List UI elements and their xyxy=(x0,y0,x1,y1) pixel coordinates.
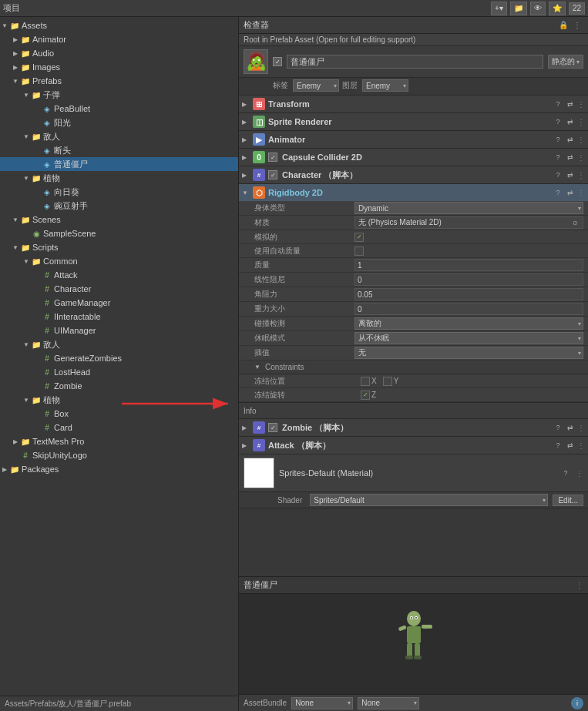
mass-input[interactable] xyxy=(354,259,583,271)
tag-select[interactable]: Enemy xyxy=(293,79,339,92)
character-settings[interactable]: ⇄ xyxy=(565,169,576,180)
material-menu[interactable]: ⋮ xyxy=(576,469,583,478)
transform-help[interactable]: ? xyxy=(553,99,563,109)
prefab-name-input[interactable] xyxy=(287,55,543,69)
tree-item-zhiwu[interactable]: ▼ 📁 植物 xyxy=(0,171,238,185)
transform-menu[interactable]: ⋮ xyxy=(577,100,585,109)
tree-item-gamemanager[interactable]: # GameManager xyxy=(0,296,238,310)
zombie-help[interactable]: ? xyxy=(553,422,563,433)
capsule-help[interactable]: ? xyxy=(553,152,563,163)
sprite-help[interactable]: ? xyxy=(553,116,563,127)
freeze-y-check[interactable]: ✓ xyxy=(383,377,392,386)
tree-item-common[interactable]: ▼ 📁 Common xyxy=(0,254,238,268)
folder-btn[interactable]: 📁 xyxy=(510,2,527,15)
anim-help[interactable]: ? xyxy=(553,134,563,145)
tree-item-peabullet[interactable]: ◈ PeaBullet xyxy=(0,102,238,116)
tree-item-xiangrikui[interactable]: ◈ 向日葵 xyxy=(0,185,238,199)
asset-bundle-select2[interactable]: None xyxy=(358,697,419,709)
sprite-settings[interactable]: ⇄ xyxy=(565,116,576,127)
tree-item-samplescene[interactable]: ◉ SampleScene xyxy=(0,226,238,240)
character-header[interactable]: ▶ # ✓ Character （脚本） ? ⇄ ⋮ xyxy=(239,166,588,183)
anim-menu[interactable]: ⋮ xyxy=(577,136,585,144)
tree-item-character[interactable]: # Character xyxy=(0,282,238,296)
project-tree[interactable]: ▼ 📁 Assets ▶ 📁 Animator ▶ 📁 Audio ▶ 📁 Im… xyxy=(0,17,238,696)
tree-item-wandoushou[interactable]: ◈ 豌豆射手 xyxy=(0,199,238,213)
body-type-select[interactable]: Dynamic xyxy=(354,202,583,214)
tree-item-putongfuren[interactable]: ◈ 普通僵尸 xyxy=(0,157,238,171)
capsule-menu[interactable]: ⋮ xyxy=(577,153,585,162)
transform-header[interactable]: ▶ ⊞ Transform ? ⇄ ⋮ xyxy=(239,96,588,112)
tree-item-animator[interactable]: ▶ 📁 Animator xyxy=(0,32,238,46)
tree-item-card[interactable]: # Card xyxy=(0,421,238,434)
tree-item-diren[interactable]: ▼ 📁 敌人 xyxy=(0,129,238,143)
info-circle-icon[interactable]: i xyxy=(571,697,583,709)
capsule-settings[interactable]: ⇄ xyxy=(565,152,576,163)
tree-item-images[interactable]: ▶ 📁 Images xyxy=(0,60,238,74)
linear-drag-input[interactable] xyxy=(354,273,583,286)
layer-select[interactable]: Enemy xyxy=(362,79,408,92)
tree-item-iinteractable[interactable]: # IInteractable xyxy=(0,310,238,324)
attack-header[interactable]: ▶ # Attack （脚本） ? ⇄ ⋮ xyxy=(239,437,588,454)
anim-settings[interactable]: ⇄ xyxy=(565,134,576,145)
shader-edit-btn[interactable]: Edit... xyxy=(553,495,583,506)
simulated-check[interactable]: ✓ xyxy=(354,233,364,242)
tree-item-generatezombies[interactable]: # GenerateZombies xyxy=(0,351,238,365)
tree-item-attack[interactable]: # Attack xyxy=(0,268,238,282)
shader-select[interactable]: Sprites/Default xyxy=(310,494,548,506)
rigidbody-help[interactable]: ? xyxy=(553,187,563,198)
active-checkbox[interactable]: ✓ xyxy=(273,57,282,66)
tree-item-textmesh[interactable]: ▶ 📁 TextMesh Pro xyxy=(0,434,238,448)
static-dropdown[interactable]: 静态的 xyxy=(548,55,583,69)
tree-item-box[interactable]: # Box xyxy=(0,407,238,421)
tree-item-skipunitylogo[interactable]: # SkipUnityLogo xyxy=(0,448,238,462)
character-menu[interactable]: ⋮ xyxy=(577,171,585,179)
rigidbody-settings[interactable]: ⇄ xyxy=(565,187,576,198)
rigidbody-menu[interactable]: ⋮ xyxy=(577,189,585,197)
lock-icon[interactable]: 🔒 xyxy=(559,21,568,29)
attack-settings[interactable]: ⇄ xyxy=(565,440,576,451)
preview-menu[interactable]: ⋮ xyxy=(576,581,583,589)
tree-item-toujou[interactable]: ◈ 断头 xyxy=(0,143,238,157)
character-checkbox[interactable]: ✓ xyxy=(268,170,277,179)
transform-settings[interactable]: ⇄ xyxy=(565,99,576,109)
tree-item-scripts[interactable]: ▼ 📁 Scripts xyxy=(0,240,238,254)
tree-item-zidan[interactable]: ▼ 📁 子弹 xyxy=(0,88,238,102)
zombie-header[interactable]: ▶ # ✓ Zombie （脚本） ? ⇄ ⋮ xyxy=(239,419,588,436)
tree-item-diren2[interactable]: ▼ 📁 敌人 xyxy=(0,337,238,351)
capsule-collider-header[interactable]: ▶ 0 ✓ Capsule Collider 2D ? ⇄ ⋮ xyxy=(239,149,588,166)
collision-select[interactable]: 离散的 xyxy=(354,317,583,330)
material-help[interactable]: ? xyxy=(560,468,571,478)
constraints-header[interactable]: ▼ Constraints xyxy=(239,361,588,374)
tree-item-losthead[interactable]: # LostHead xyxy=(0,365,238,379)
sleeping-mode-select[interactable]: 从不休眠 xyxy=(354,332,583,344)
sprite-menu[interactable]: ⋮ xyxy=(577,118,585,126)
material-ref[interactable]: 无 (Physics Material 2D) ⊙ xyxy=(354,216,583,229)
material-ref-btn[interactable]: ⊙ xyxy=(570,218,580,227)
freeze-z-check[interactable]: ✓ xyxy=(361,391,370,400)
tree-item-assets[interactable]: ▼ 📁 Assets xyxy=(0,18,238,32)
rigidbody-header[interactable]: ▼ ⬡ Rigidbody 2D ? ⇄ ⋮ xyxy=(239,184,588,201)
zombie-menu[interactable]: ⋮ xyxy=(577,424,585,432)
interpolate-select[interactable]: 无 xyxy=(354,347,583,359)
gravity-input[interactable] xyxy=(354,303,583,315)
capsule-checkbox[interactable]: ✓ xyxy=(268,153,277,162)
zombie-settings[interactable]: ⇄ xyxy=(565,422,576,433)
animator-header[interactable]: ▶ ▶ Animator ? ⇄ ⋮ xyxy=(239,131,588,148)
zombie-checkbox[interactable]: ✓ xyxy=(268,423,277,432)
attack-help[interactable]: ? xyxy=(553,440,563,451)
inspector-menu-icon[interactable]: ⋮ xyxy=(571,19,583,32)
tree-item-scenes[interactable]: ▼ 📁 Scenes xyxy=(0,213,238,226)
auto-mass-check[interactable]: ✓ xyxy=(354,247,364,256)
tree-item-prefabs[interactable]: ▼ 📁 Prefabs xyxy=(0,74,238,88)
tree-item-zhiwu2[interactable]: ▼ 📁 植物 xyxy=(0,393,238,407)
star-btn[interactable]: ⭐ xyxy=(549,2,566,15)
tree-item-yangguang[interactable]: ◈ 阳光 xyxy=(0,116,238,129)
tree-item-zombie[interactable]: # Zombie xyxy=(0,379,238,393)
freeze-x-check[interactable]: ✓ xyxy=(361,377,370,386)
tree-item-packages[interactable]: ▶ 📁 Packages xyxy=(0,462,238,476)
create-btn[interactable]: +▾ xyxy=(491,2,507,15)
eye-btn[interactable]: 👁 xyxy=(530,2,546,15)
attack-menu[interactable]: ⋮ xyxy=(577,441,585,450)
asset-bundle-select1[interactable]: None xyxy=(291,697,353,709)
character-help[interactable]: ? xyxy=(553,169,563,180)
